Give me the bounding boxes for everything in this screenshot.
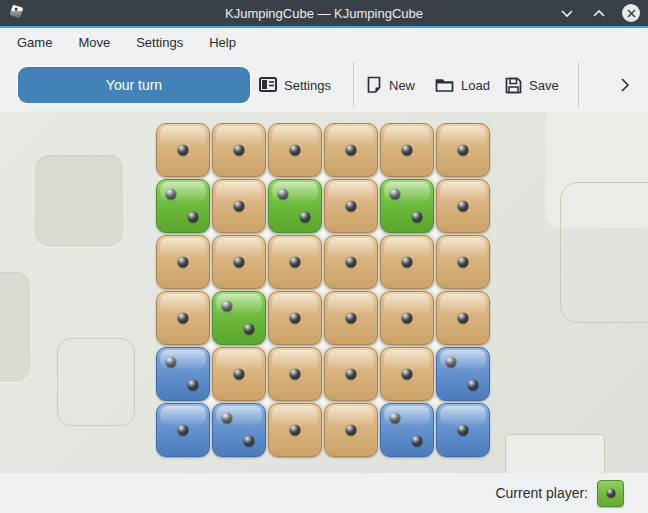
cube-r3c1[interactable]	[156, 235, 210, 289]
cube-dot	[187, 212, 198, 223]
cube-r2c3[interactable]	[268, 179, 322, 233]
cube-dot	[346, 425, 357, 436]
turn-indicator: Your turn	[18, 67, 250, 103]
minimize-button[interactable]	[558, 4, 576, 22]
cube-r6c6[interactable]	[436, 403, 490, 457]
cube-r1c1[interactable]	[156, 123, 210, 177]
cube-dot	[458, 313, 469, 324]
cube-r5c1[interactable]	[156, 347, 210, 401]
background-decoration	[0, 272, 30, 382]
cube-dot	[166, 356, 177, 367]
cube-r5c3[interactable]	[268, 347, 322, 401]
statusbar: Current player:	[0, 473, 648, 513]
cube-dot	[458, 425, 469, 436]
window-title: KJumpingCube — KJumpingCube	[0, 6, 648, 21]
load-button[interactable]: Load	[435, 67, 490, 103]
cube-r2c6[interactable]	[436, 179, 490, 233]
cube-dot	[243, 324, 254, 335]
cube-r1c4[interactable]	[324, 123, 378, 177]
cube-r4c3[interactable]	[268, 291, 322, 345]
cube-dot	[458, 257, 469, 268]
cube-r1c2[interactable]	[212, 123, 266, 177]
cube-dot	[467, 380, 478, 391]
background-decoration	[505, 434, 605, 473]
settings-button[interactable]: Settings	[259, 67, 331, 103]
cube-r3c2[interactable]	[212, 235, 266, 289]
cube-dot	[606, 489, 615, 498]
cube-dot	[290, 257, 301, 268]
cube-r2c4[interactable]	[324, 179, 378, 233]
toolbar-separator	[353, 62, 354, 108]
toolbar-separator-2	[578, 62, 579, 108]
cube-r3c4[interactable]	[324, 235, 378, 289]
cube-dot	[346, 369, 357, 380]
cube-r3c3[interactable]	[268, 235, 322, 289]
cube-dot	[458, 201, 469, 212]
cube-dot	[402, 313, 413, 324]
save-button-label: Save	[529, 78, 559, 93]
cube-dot	[346, 145, 357, 156]
close-button[interactable]	[622, 4, 640, 22]
cube-r4c6[interactable]	[436, 291, 490, 345]
settings-panel-icon	[259, 77, 277, 93]
cube-r6c1[interactable]	[156, 403, 210, 457]
cube-r1c6[interactable]	[436, 123, 490, 177]
cube-dot	[390, 412, 401, 423]
cube-r3c6[interactable]	[436, 235, 490, 289]
menubar: Game Move Settings Help	[0, 28, 648, 58]
close-icon	[622, 4, 640, 22]
background-decoration	[57, 338, 135, 426]
cube-r1c5[interactable]	[380, 123, 434, 177]
cube-r2c2[interactable]	[212, 179, 266, 233]
cube-r5c4[interactable]	[324, 347, 378, 401]
cube-dot	[411, 212, 422, 223]
cube-r4c4[interactable]	[324, 291, 378, 345]
cube-dot	[402, 257, 413, 268]
new-document-icon	[366, 76, 382, 94]
save-button[interactable]: Save	[505, 67, 559, 103]
open-folder-icon	[435, 77, 454, 93]
cube-dot	[222, 412, 233, 423]
cube-r1c3[interactable]	[268, 123, 322, 177]
menu-help[interactable]: Help	[196, 28, 249, 58]
cube-dot	[290, 369, 301, 380]
background-decoration	[35, 155, 123, 247]
cube-dot	[458, 145, 469, 156]
cube-dot	[187, 380, 198, 391]
cube-r6c2[interactable]	[212, 403, 266, 457]
cube-r5c2[interactable]	[212, 347, 266, 401]
chevron-right-icon	[620, 77, 630, 93]
cube-dot	[290, 425, 301, 436]
cube-dot	[234, 257, 245, 268]
cube-r4c5[interactable]	[380, 291, 434, 345]
cube-r5c5[interactable]	[380, 347, 434, 401]
cube-r6c3[interactable]	[268, 403, 322, 457]
new-button-label: New	[389, 78, 415, 93]
cube-r5c6[interactable]	[436, 347, 490, 401]
cube-r6c4[interactable]	[324, 403, 378, 457]
cube-dot	[411, 436, 422, 447]
load-button-label: Load	[461, 78, 490, 93]
cube-dot	[166, 188, 177, 199]
cube-r4c1[interactable]	[156, 291, 210, 345]
maximize-button[interactable]	[590, 4, 608, 22]
cube-dot	[446, 356, 457, 367]
kjumpingcube-window: KJumpingCube — KJumpingCube Game Move Se…	[0, 0, 648, 513]
menu-settings[interactable]: Settings	[123, 28, 196, 58]
cube-dot	[346, 257, 357, 268]
cube-r6c5[interactable]	[380, 403, 434, 457]
cube-r2c5[interactable]	[380, 179, 434, 233]
new-button[interactable]: New	[366, 67, 415, 103]
cube-dot	[178, 145, 189, 156]
menu-move[interactable]: Move	[65, 28, 123, 58]
cube-dot	[243, 436, 254, 447]
menu-game[interactable]: Game	[4, 28, 65, 58]
game-board	[156, 123, 490, 457]
app-cube-icon[interactable]	[9, 5, 25, 21]
cube-r4c2[interactable]	[212, 291, 266, 345]
cube-r2c1[interactable]	[156, 179, 210, 233]
toolbar-overflow-button[interactable]	[608, 67, 642, 103]
cube-r3c5[interactable]	[380, 235, 434, 289]
cube-dot	[390, 188, 401, 199]
cube-dot	[234, 201, 245, 212]
